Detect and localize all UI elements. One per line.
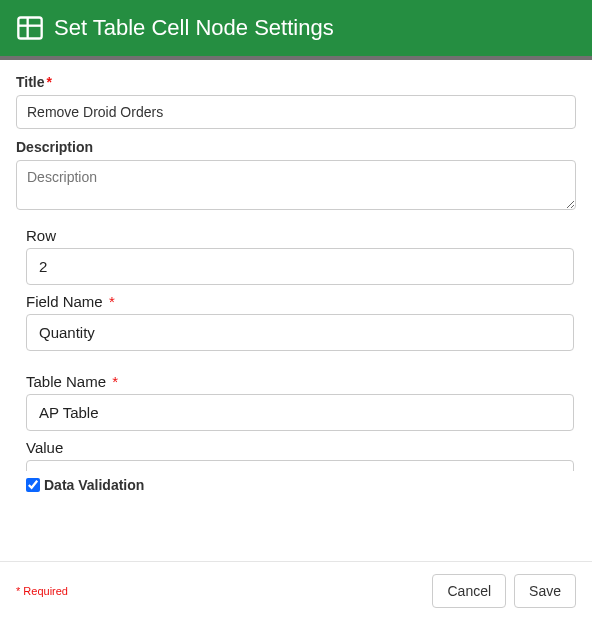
- title-label: Title*: [16, 74, 576, 90]
- value-label: Value: [26, 439, 574, 456]
- description-group: Description: [16, 139, 576, 213]
- value-input[interactable]: [26, 460, 574, 471]
- dialog-title: Set Table Cell Node Settings: [54, 15, 334, 41]
- required-note: * Required: [16, 585, 68, 597]
- row-label: Row: [26, 227, 574, 244]
- svg-rect-0: [18, 18, 41, 39]
- table-name-input[interactable]: [26, 394, 574, 431]
- footer-buttons: Cancel Save: [432, 574, 576, 608]
- table-name-label: Table Name *: [26, 373, 574, 390]
- row-group: Row: [26, 227, 574, 285]
- description-label: Description: [16, 139, 576, 155]
- field-name-group: Field Name *: [26, 293, 574, 351]
- dialog-body: Title* Description Row Field Name *: [0, 60, 592, 493]
- table-name-group: Table Name *: [26, 373, 574, 431]
- dialog-footer: * Required Cancel Save: [0, 561, 592, 626]
- row-input[interactable]: [26, 248, 574, 285]
- dialog-header: Set Table Cell Node Settings: [0, 0, 592, 60]
- params-scroll-wrap: Row Field Name * Table Name * Value: [16, 223, 576, 471]
- field-name-label: Field Name *: [26, 293, 574, 310]
- required-asterisk: *: [109, 293, 115, 310]
- required-asterisk: *: [47, 74, 52, 90]
- data-validation-label[interactable]: Data Validation: [44, 477, 144, 493]
- title-group: Title*: [16, 74, 576, 129]
- save-button[interactable]: Save: [514, 574, 576, 608]
- params-scroll-area[interactable]: Row Field Name * Table Name * Value: [16, 223, 576, 471]
- table-icon: [16, 14, 44, 42]
- title-input[interactable]: [16, 95, 576, 129]
- value-group: Value: [26, 439, 574, 471]
- field-name-input[interactable]: [26, 314, 574, 351]
- cancel-button[interactable]: Cancel: [432, 574, 506, 608]
- required-asterisk: *: [112, 373, 118, 390]
- data-validation-row: Data Validation: [16, 477, 576, 493]
- description-input[interactable]: [16, 160, 576, 210]
- data-validation-checkbox[interactable]: [26, 478, 40, 492]
